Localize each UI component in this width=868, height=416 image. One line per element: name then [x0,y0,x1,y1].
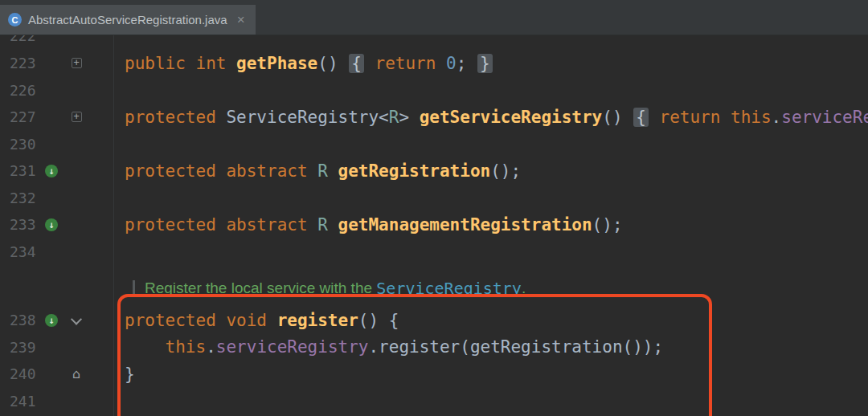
fold-collapsed-icon[interactable]: + [72,58,82,68]
code-token: register [277,311,358,330]
code-token: protected void [125,311,277,330]
editor[interactable]: 222223+public int getPhase() { return 0;… [0,35,868,416]
code-line[interactable]: 234 [0,239,868,266]
gutter-slot: ↓ [39,218,64,231]
code-line[interactable]: 222 [0,35,868,50]
code-token: { [633,108,649,127]
code-token: protected abstract [125,215,317,235]
code-token: protected abstract [125,161,317,181]
code-token: } [125,365,135,384]
code-token [365,54,375,73]
code-token: () [602,108,633,127]
code-line[interactable]: 230 [0,131,868,158]
line-number[interactable]: 230 [0,136,39,153]
code-token: . [206,337,216,357]
code-line[interactable]: 232 [0,185,868,212]
code-token: this [125,337,206,357]
code-token: return [660,108,721,127]
fold-end-icon[interactable]: ⌂ [72,368,80,381]
code-token: R [317,215,328,235]
code-token: () [317,54,348,73]
code-token: 0 [446,54,457,73]
line-number[interactable]: 223 [0,55,39,71]
code-token: () { [358,311,399,330]
code-line[interactable]: 241 [0,388,868,415]
code-token: getPhase [236,54,317,73]
code-line[interactable]: 223+public int getPhase() { return 0; } [0,50,868,77]
code-line[interactable]: 227+protected ServiceRegistry<R> getServ… [0,104,868,131]
doc-text: . [522,279,526,297]
code-token: serviceRe [781,108,868,127]
implemented-marker-icon[interactable]: ↓ [45,165,58,177]
code-token: public int [125,54,236,73]
code-line[interactable]: 238↓protected void register() { [0,307,868,334]
fold-start-icon[interactable] [71,313,82,324]
code-text[interactable]: protected ServiceRegistry<R> getServiceR… [88,108,868,127]
line-number[interactable]: 241 [0,393,39,410]
code-token: getServiceRegistry [420,108,603,127]
line-number[interactable]: 239 [0,339,39,356]
line-number[interactable]: 238 [0,312,39,328]
line-number[interactable]: 231 [0,162,39,179]
code-line[interactable]: 231↓protected abstract R getRegistration… [0,157,868,185]
code-text[interactable]: } [88,365,868,384]
gutter-slot [64,316,88,324]
code-token: .register(getRegistration()); [368,337,663,357]
doc-text: Register the local service with the [145,279,376,297]
line-number[interactable]: 227 [0,108,39,125]
code-token: . [772,108,782,127]
implemented-marker-icon[interactable]: ↓ [45,218,58,231]
line-number[interactable]: 240 [0,365,39,382]
code-text[interactable]: protected abstract R getRegistration(); [88,161,868,181]
gutter-slot: ↓ [39,165,64,177]
code-token: R [317,161,328,181]
code-token: { [349,54,364,73]
tab-abstract-auto-service-registration[interactable]: C AbstractAutoServiceRegistration.java × [0,5,256,35]
code-text[interactable]: public int getPhase() { return 0; } [88,54,868,73]
ide-window: C AbstractAutoServiceRegistration.java ×… [0,0,868,416]
editor-rows: 222223+public int getPhase() { return 0;… [0,35,868,414]
code-line[interactable]: 239 this.serviceRegistry.register(getReg… [0,334,868,361]
code-text[interactable]: this.serviceRegistry.register(getRegistr… [88,337,868,357]
java-class-icon: C [8,13,22,27]
code-text[interactable]: protected void register() { [88,311,868,330]
code-line[interactable]: 233↓protected abstract R getManagementRe… [0,211,868,239]
code-token [328,215,338,235]
line-number[interactable]: 232 [0,190,39,206]
code-token: > [399,108,419,127]
close-icon[interactable]: × [237,13,245,27]
gutter-separator [113,35,114,416]
code-token: R [389,108,399,127]
code-line[interactable]: 240⌂} [0,361,868,388]
gutter-slot: ↓ [39,314,64,327]
code-line[interactable]: 226 [0,77,868,104]
code-token [436,54,446,73]
code-token: this [731,108,772,127]
tab-title: AbstractAutoServiceRegistration.java [28,13,227,27]
rendered-doc-comment[interactable]: Register the local service with the Serv… [0,270,868,307]
line-number[interactable]: 226 [0,82,39,99]
code-token: serviceRegistry [216,337,369,357]
code-token: } [477,54,493,73]
fold-collapsed-icon[interactable]: + [72,112,82,122]
code-text[interactable]: protected abstract R getManagementRegist… [88,215,868,235]
code-token: ; [457,54,477,73]
gutter-slot: + [64,58,88,68]
code-token [649,108,660,127]
doc-comment-bar [133,280,135,296]
gutter-slot: ⌂ [64,368,88,381]
line-number[interactable]: 234 [0,243,39,260]
line-number[interactable]: 222 [0,35,39,44]
code-token: return [375,54,436,73]
line-number[interactable]: 233 [0,216,39,233]
editor-tab-bar: C AbstractAutoServiceRegistration.java × [0,0,868,35]
code-text[interactable]: Register the local service with the Serv… [88,279,868,298]
code-token: protected [125,108,226,127]
code-token: getManagementRegistration [338,215,592,235]
gutter-slot: + [64,112,88,122]
code-token: ServiceRegistry< [226,108,388,127]
code-token: (); [592,215,623,235]
implemented-marker-icon[interactable]: ↓ [45,314,58,327]
code-token [720,108,731,127]
doc-link[interactable]: ServiceRegistry [376,279,522,298]
